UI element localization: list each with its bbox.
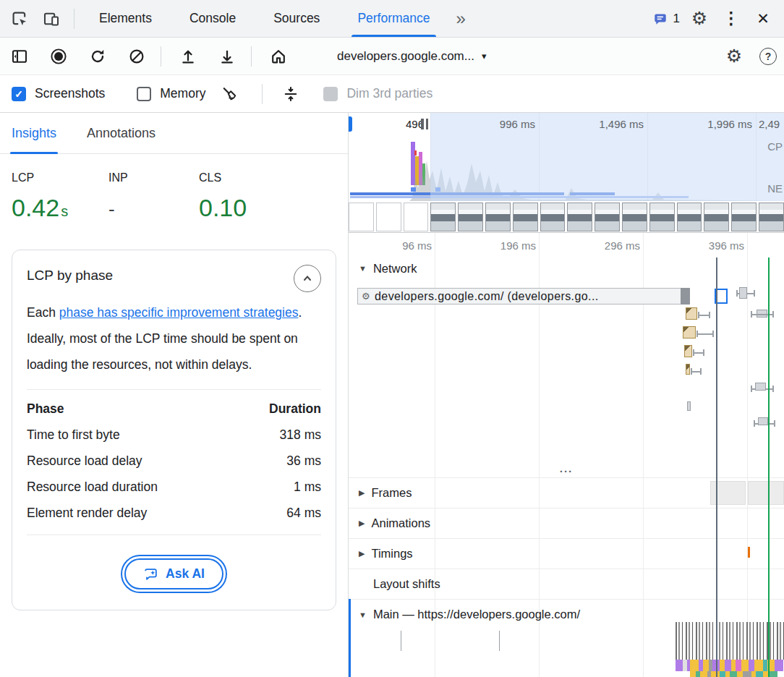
activity-segment <box>741 660 749 671</box>
window-left-handle[interactable] <box>349 116 352 132</box>
load-profile-button[interactable] <box>176 44 200 69</box>
device-toolbar-icon <box>43 10 60 27</box>
customize-devtools-button[interactable]: ⋮ <box>719 7 743 31</box>
help-button[interactable]: ? <box>759 48 777 65</box>
toggle-sidebar-button[interactable] <box>7 44 32 69</box>
divider <box>27 535 321 535</box>
memory-checkbox[interactable] <box>137 87 151 101</box>
filmstrip-thumbnail[interactable] <box>376 203 401 231</box>
request-whisker <box>693 349 704 356</box>
record-button[interactable] <box>46 44 71 69</box>
metric-inp[interactable]: INP - <box>108 171 199 247</box>
ruler-label: 296 ms <box>589 239 640 252</box>
filmstrip-thumbnail[interactable] <box>704 203 729 231</box>
screenshots-checkbox[interactable]: ✓ <box>12 87 26 101</box>
more-tabs-button[interactable]: » <box>451 9 472 29</box>
ruler-label: 196 ms <box>485 239 536 252</box>
metric-cls[interactable]: CLS 0.10 <box>199 171 296 247</box>
filmstrip-thumbnail[interactable] <box>349 203 374 231</box>
screenshots-label[interactable]: Screenshots <box>35 86 105 101</box>
network-request-bar[interactable] <box>683 326 696 338</box>
tab-console[interactable]: Console <box>171 0 255 37</box>
close-devtools-button[interactable]: ✕ <box>751 7 775 31</box>
tab-annotations[interactable]: Annotations <box>87 113 155 153</box>
network-track-header[interactable]: ▼ Network <box>349 259 784 278</box>
activity-segment <box>690 660 699 671</box>
main-track-label: Main — https://developers.google.com/ <box>373 608 580 621</box>
filmstrip-thumbnail[interactable] <box>595 203 620 231</box>
collapse-icon <box>282 85 299 103</box>
network-overview-chip <box>411 187 416 192</box>
network-request-bar[interactable] <box>687 401 691 411</box>
filmstrip-thumbnail[interactable] <box>458 203 483 231</box>
record-and-reload-button[interactable] <box>85 44 110 69</box>
timing-marker[interactable] <box>748 547 750 558</box>
track-collapsed-icon: ▶ <box>359 519 365 528</box>
metric-lcp[interactable]: LCP 0.42s <box>12 171 108 247</box>
filmstrip-thumbnail[interactable] <box>485 203 511 231</box>
console-messages-indicator[interactable]: 1 <box>652 11 680 27</box>
network-request-main-document[interactable]: ⚙ developers.google.com/ (developers.go.… <box>357 288 690 305</box>
network-request-bar[interactable] <box>686 307 697 320</box>
tab-performance[interactable]: Performance <box>338 0 448 37</box>
settings-button[interactable]: ⚙ <box>687 7 712 31</box>
ruler-label: 396 ms <box>694 239 744 252</box>
navigation-marker-line <box>716 257 717 677</box>
window-right-handle[interactable] <box>421 119 428 129</box>
main-activity-tick <box>499 631 500 651</box>
ask-ai-label: Ask AI <box>166 566 205 582</box>
animations-track-header[interactable]: ▶ Animations <box>349 508 784 538</box>
ask-ai-button[interactable]: Ask AI <box>124 558 223 589</box>
network-request-bar[interactable] <box>684 345 692 357</box>
filmstrip-thumbnail[interactable] <box>731 203 757 231</box>
activity-segment <box>703 660 709 671</box>
filmstrip-thumbnail[interactable] <box>430 203 456 231</box>
live-metrics-button[interactable] <box>266 44 291 69</box>
message-bubble-icon <box>652 11 668 27</box>
network-request-bar[interactable] <box>686 364 690 375</box>
collapse-card-button[interactable] <box>294 265 321 292</box>
filmstrip-thumbnail[interactable] <box>567 203 592 231</box>
filmstrip-thumbnail[interactable] <box>404 203 429 231</box>
clear-icon <box>128 48 145 65</box>
track-resize-handle[interactable]: ... <box>349 462 784 477</box>
network-request-bar[interactable] <box>739 287 747 299</box>
capture-settings-button[interactable]: ⚙ <box>722 44 746 69</box>
track-collapsed-icon: ▶ <box>359 549 365 558</box>
request-label: developers.google.com/ (developers.go... <box>375 290 599 303</box>
improvement-strategies-link[interactable]: phase has specific improvement strategie… <box>59 305 299 320</box>
filmstrip-thumbnail[interactable] <box>513 203 538 231</box>
dim-third-parties-checkbox <box>323 87 338 101</box>
network-request-bar[interactable] <box>755 383 766 391</box>
timeline-overview[interactable]: 496 996 ms 1,496 ms 1,996 ms 2,49 CP NE <box>349 113 784 233</box>
request-gear-icon: ⚙ <box>362 291 370 302</box>
tab-sources[interactable]: Sources <box>255 0 338 37</box>
filmstrip-thumbnail[interactable] <box>622 203 647 231</box>
inspect-element-button[interactable] <box>7 7 32 31</box>
overview-tick-label: 2,49 <box>759 118 784 130</box>
toolbar-divider <box>74 9 74 29</box>
network-request-bar[interactable] <box>758 417 768 425</box>
memory-label[interactable]: Memory <box>160 86 205 101</box>
filmstrip-thumbnail[interactable] <box>677 203 702 231</box>
clear-recording-button[interactable] <box>124 44 149 69</box>
phase-row-load-duration: Resource load duration1 ms <box>27 474 321 500</box>
layout-shifts-track-header[interactable]: Layout shifts <box>349 569 784 599</box>
save-profile-button[interactable] <box>215 44 239 69</box>
request-whisker <box>691 368 702 375</box>
timings-track-header[interactable]: ▶ Timings <box>349 538 784 569</box>
filmstrip-thumbnail[interactable] <box>540 203 566 231</box>
chevron-down-icon: ▾ <box>482 51 487 61</box>
device-toolbar-button[interactable] <box>39 7 64 31</box>
collapse-tracks-button[interactable] <box>278 82 303 106</box>
tab-insights[interactable]: Insights <box>12 113 56 153</box>
main-activity-row2[interactable] <box>690 671 784 677</box>
filmstrip-thumbnail[interactable] <box>649 203 675 231</box>
tab-elements[interactable]: Elements <box>80 0 171 37</box>
collect-garbage-button[interactable] <box>217 82 242 106</box>
phase-row-load-delay: Resource load delay36 ms <box>27 448 321 474</box>
page-selector-dropdown[interactable]: developers.google.com... ▾ <box>337 49 486 64</box>
filmstrip-thumbnail[interactable] <box>759 203 784 231</box>
network-track-content: ⚙ developers.google.com/ (developers.go.… <box>349 278 784 463</box>
timeline-tracks[interactable]: 96 ms 196 ms 296 ms 396 ms ▼ Network ⚙ d… <box>349 233 784 677</box>
